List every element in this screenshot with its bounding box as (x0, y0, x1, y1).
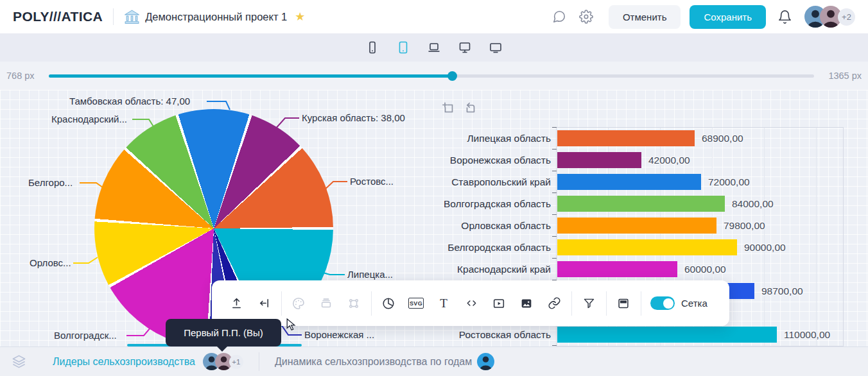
canvas-width-slider-row: 768 px 1365 px (0, 62, 868, 90)
bar[interactable] (557, 218, 716, 234)
slider-max-label: 1365 px (828, 71, 862, 81)
dashboard-canvas[interactable]: Тамбовская область: 47,00Курская область… (0, 90, 868, 346)
tab-collaborators-overflow-badge: +1 (229, 355, 243, 369)
bar[interactable] (557, 261, 677, 277)
svg-insert-button[interactable]: SVG (408, 296, 424, 311)
toolbar-separator (606, 291, 607, 316)
axis-tick (552, 149, 557, 150)
notifications-button[interactable] (776, 8, 793, 25)
bar-value-label: 68900,00 (702, 130, 743, 146)
video-icon (492, 296, 506, 311)
bar-category-label: Орловская область (411, 218, 551, 234)
sheet-tabbar: Лидеры сельхозпроизводства +1 Динамика с… (0, 346, 868, 376)
pie-callout-label: Ростовс... (350, 176, 394, 187)
toolbar-separator (571, 291, 572, 316)
collaborators-overflow-badge[interactable]: +2 (838, 8, 855, 26)
device-tablet-button[interactable] (394, 38, 412, 56)
bar-category-label: Воронежская область (411, 152, 551, 168)
avatar (477, 353, 494, 370)
star-icon[interactable]: ★ (295, 10, 305, 24)
bar[interactable] (557, 239, 737, 255)
pie-chart-icon (381, 296, 395, 311)
bar-category-label: Белгородская область (411, 239, 551, 255)
bar-category-label: Ростовская область (411, 327, 551, 343)
layout-header-button[interactable] (616, 296, 631, 311)
gear-icon (579, 10, 593, 24)
device-tv-button[interactable] (487, 38, 505, 56)
save-button[interactable]: Сохранить (690, 5, 766, 29)
laptop-icon (426, 40, 442, 55)
upload-button[interactable] (229, 296, 244, 311)
bar-value-label: 79800,00 (724, 218, 765, 234)
cancel-button[interactable]: Отменить (609, 5, 681, 29)
tab-dynamics[interactable]: Динамика сельхозпроизводства по годам (259, 347, 510, 376)
bar-value-label: 72000,00 (708, 174, 750, 190)
chat-bubble-icon (552, 10, 566, 24)
project-title[interactable]: Демонстрационный проект 1 (145, 11, 287, 23)
axis-tick (552, 192, 557, 194)
pie-chart-button[interactable] (381, 296, 396, 311)
layers-icon (12, 354, 26, 369)
pie-callout-line (324, 182, 347, 191)
bank-icon (124, 10, 140, 24)
upload-icon (230, 296, 243, 310)
bar[interactable] (557, 174, 701, 190)
width-slider-fill (49, 74, 453, 78)
width-slider-thumb[interactable] (447, 71, 457, 81)
bar-category-label: Ставропольский край (411, 174, 551, 190)
image-insert-button[interactable] (519, 296, 534, 311)
pie-callout-line (207, 101, 230, 110)
axis-tick (552, 258, 557, 259)
collapse-left-icon (257, 296, 271, 310)
tab-label: Динамика сельхозпроизводства по годам (275, 356, 472, 368)
bar-value-label: 98700,00 (761, 283, 803, 299)
tab-collaborators: +1 (203, 353, 243, 370)
toolbar-separator (641, 291, 641, 316)
toggle-knob (663, 298, 673, 309)
pie-callout-label: Волгоградск... (54, 330, 117, 341)
pie-callout-line (281, 325, 302, 335)
chat-button[interactable] (551, 8, 568, 25)
pie-callout-label: Курская область: 38,00 (302, 112, 405, 123)
bar-category-label: Волгоградская область (411, 196, 551, 212)
bar[interactable] (557, 152, 641, 168)
bar-widget-actions (442, 101, 478, 115)
device-desktop-button[interactable] (456, 38, 474, 56)
bar[interactable] (557, 327, 777, 343)
box-button[interactable] (318, 296, 334, 311)
settings-button[interactable] (578, 8, 595, 25)
device-laptop-button[interactable] (425, 38, 443, 56)
link-insert-button[interactable] (546, 296, 562, 311)
bar[interactable] (557, 196, 725, 212)
slider-min-label: 768 px (6, 71, 35, 81)
add-frame-icon (442, 101, 456, 115)
code-insert-button[interactable] (464, 296, 479, 311)
filter-button[interactable] (581, 296, 596, 311)
link-icon (548, 296, 561, 310)
tv-icon (488, 40, 503, 55)
tablet-icon (395, 40, 411, 55)
text-insert-button[interactable]: T (436, 296, 451, 311)
polymatica-logo: POLY///ATICA (13, 9, 103, 24)
desktop-monitor-icon (457, 40, 473, 55)
header-collaborators[interactable]: +2 (804, 6, 855, 28)
tab-label: Лидеры сельхозпроизводства (53, 356, 195, 368)
pie-callout-label: Краснодарский... (51, 114, 127, 124)
user-tooltip: Первый П.П. (Вы) (166, 319, 281, 346)
selection-frame-button[interactable] (346, 296, 361, 311)
app: { "header": { "logo": "POLY///ATICA", "t… (0, 0, 868, 376)
bar[interactable] (557, 130, 695, 146)
device-smartphone-button[interactable] (363, 38, 381, 56)
collapse-left-button[interactable] (256, 296, 272, 311)
history-back-button[interactable] (464, 101, 478, 115)
axis-tick (552, 236, 557, 237)
grid-toggle[interactable] (650, 296, 675, 310)
palette-button[interactable] (291, 296, 306, 311)
filter-icon (582, 296, 596, 310)
toolbar-separator (281, 291, 282, 316)
widget-toolbar: SVG T Сетка (212, 280, 729, 326)
sheets-list-button[interactable] (0, 347, 37, 376)
video-insert-button[interactable] (491, 296, 507, 311)
width-slider-track[interactable] (49, 74, 815, 78)
add-frame-button[interactable] (442, 101, 456, 115)
